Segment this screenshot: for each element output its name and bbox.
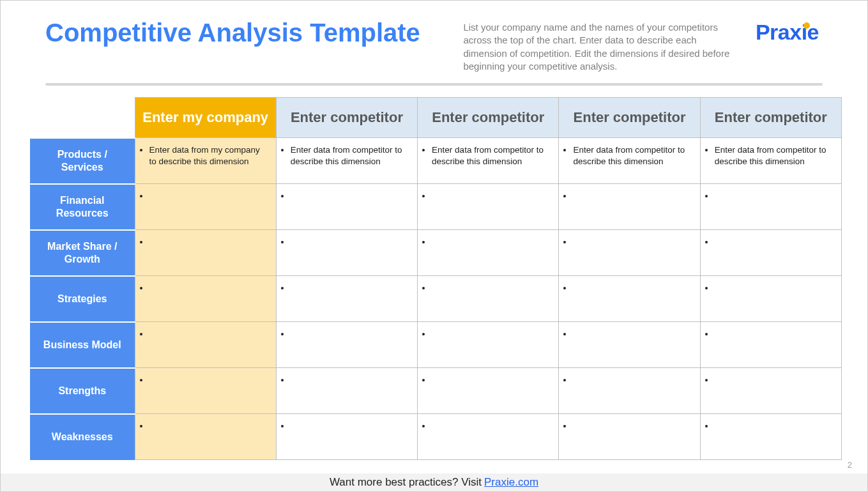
table-cell[interactable] [559,276,700,322]
table-cell[interactable] [418,414,559,460]
cell-bullet-list: Enter data from my company to describe t… [139,144,268,167]
cell-bullet-list [280,282,409,294]
cell-bullet-item [715,236,834,248]
cell-bullet-item [573,374,692,386]
cell-bullet-item [149,328,268,340]
table-cell[interactable] [276,322,417,368]
table-cell[interactable] [135,230,276,276]
table-cell[interactable]: Enter data from competitor to describe t… [276,138,417,184]
cell-bullet-list: Enter data from competitor to describe t… [704,144,834,167]
footer-link[interactable]: Praxie.com [484,476,538,489]
column-header-competitor[interactable]: Enter competitor [276,98,417,138]
cell-bullet-item: Enter data from competitor to describe t… [432,144,551,167]
cell-bullet-item [573,328,692,340]
table-cell[interactable] [700,322,841,368]
table-cell[interactable] [135,276,276,322]
table-cell[interactable] [418,230,559,276]
column-header-competitor[interactable]: Enter competitor [418,98,559,138]
table-cell[interactable] [135,322,276,368]
cell-bullet-list [422,374,551,386]
cell-bullet-list: Enter data from competitor to describe t… [280,144,409,167]
row-header[interactable]: Financial Resources [30,184,135,230]
table-cell[interactable] [135,368,276,414]
cell-bullet-item [715,328,834,340]
row-header[interactable]: Products / Services [30,138,135,184]
table-row: Strengths [30,368,842,414]
cell-bullet-item [149,374,268,386]
table-cell[interactable]: Enter data from competitor to describe t… [418,138,559,184]
cell-bullet-list [704,374,834,386]
table-cell[interactable] [700,230,841,276]
table-cell[interactable] [700,414,841,460]
competitive-analysis-table: Enter my company Enter competitor Enter … [30,97,842,460]
cell-bullet-list [704,282,834,294]
table-header-row: Enter my company Enter competitor Enter … [30,98,842,138]
table-cell[interactable] [418,276,559,322]
table-cell[interactable] [418,368,559,414]
table-cell[interactable] [559,414,700,460]
header: Competitive Analysis Template List your … [1,1,867,79]
table-cell[interactable] [135,414,276,460]
table-cell[interactable] [700,368,841,414]
table-cell[interactable] [418,322,559,368]
row-header[interactable]: Weaknesses [30,414,135,460]
page-number: 2 [848,460,852,470]
logo-dot-icon [803,22,810,29]
table-cell[interactable] [418,184,559,230]
cell-bullet-item [149,420,268,432]
cell-bullet-list [563,236,692,248]
column-header-competitor[interactable]: Enter competitor [559,98,700,138]
table-cell[interactable]: Enter data from competitor to describe t… [700,138,841,184]
cell-bullet-item [432,236,551,248]
cell-bullet-list [139,374,268,386]
table-cell[interactable] [559,184,700,230]
cell-bullet-list [280,236,409,248]
cell-bullet-list [139,190,268,202]
cell-bullet-list [563,190,692,202]
cell-bullet-item [291,420,409,432]
cell-bullet-list [563,282,692,294]
cell-bullet-item [149,236,268,248]
cell-bullet-list [139,420,268,432]
row-header[interactable]: Strengths [30,368,135,414]
cell-bullet-list [139,282,268,294]
cell-bullet-item [432,282,551,294]
cell-bullet-list [563,328,692,340]
table-cell[interactable] [700,184,841,230]
cell-bullet-item [432,328,551,340]
table-cell[interactable] [135,184,276,230]
table-cell[interactable] [700,276,841,322]
table-cell[interactable] [276,276,417,322]
table-cell[interactable]: Enter data from my company to describe t… [135,138,276,184]
table-cell[interactable] [276,414,417,460]
cell-bullet-list [139,328,268,340]
cell-bullet-list [280,420,409,432]
footer-text: Want more best practices? Visit [330,476,482,489]
table-cell[interactable]: Enter data from competitor to describe t… [559,138,700,184]
column-header-my-company[interactable]: Enter my company [135,98,276,138]
cell-bullet-item [573,420,692,432]
praxie-logo: Praxie [756,19,823,45]
table-cell[interactable] [276,230,417,276]
cell-bullet-item: Enter data from competitor to describe t… [715,144,834,167]
table-cell[interactable] [559,230,700,276]
table-row: Market Share / Growth [30,230,842,276]
table-cell[interactable] [559,322,700,368]
column-header-competitor[interactable]: Enter competitor [700,98,841,138]
cell-bullet-item [149,190,268,202]
row-header[interactable]: Strategies [30,276,135,322]
cell-bullet-item [573,190,692,202]
table-cell[interactable] [276,368,417,414]
footer-bar: Want more best practices? Visit Praxie.c… [1,473,867,491]
row-header[interactable]: Market Share / Growth [30,230,135,276]
cell-bullet-item [715,420,834,432]
cell-bullet-item [715,282,834,294]
cell-bullet-item [432,420,551,432]
cell-bullet-list [704,236,834,248]
page-title: Competitive Analysis Template [45,19,446,47]
table-cell[interactable] [559,368,700,414]
table-cell[interactable] [276,184,417,230]
cell-bullet-list [563,420,692,432]
row-header[interactable]: Business Model [30,322,135,368]
cell-bullet-list [422,420,551,432]
